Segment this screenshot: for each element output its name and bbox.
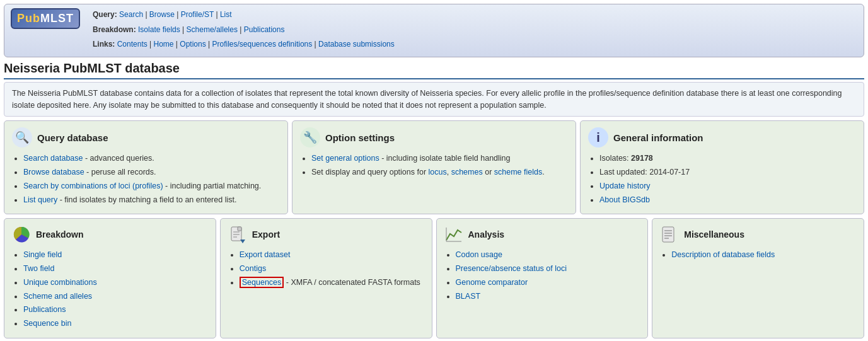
analysis-icon [444, 225, 463, 244]
list-item: Export dataset [240, 249, 424, 261]
nav-links: Query: Search | Browse | Profile/ST | Li… [93, 8, 395, 53]
list-item: Scheme and alleles [23, 291, 208, 303]
nav-list-link[interactable]: List [220, 10, 232, 19]
sequence-bin-link[interactable]: Sequence bin [23, 319, 71, 328]
nav-contents-link[interactable]: Contents [117, 40, 148, 49]
two-field-link[interactable]: Two field [23, 264, 54, 273]
genome-comparator-link[interactable]: Genome comparator [456, 278, 528, 287]
update-history-item: Update history [599, 180, 856, 192]
main-panels: 🔍 Query database Search database - advan… [4, 120, 864, 214]
blast-link[interactable]: BLAST [456, 292, 481, 301]
page-title-bar: Neisseria PubMLST database [4, 61, 864, 79]
breakdown-panel-header: Breakdown [12, 225, 208, 244]
nav-home-link[interactable]: Home [154, 40, 174, 49]
isolates-label: Isolates: [599, 154, 629, 163]
query-list: Search database - advanced queries. Brow… [12, 153, 280, 205]
analysis-panel: Analysis Codon usage Presence/absence st… [436, 218, 649, 338]
general-options-suffix: - including isolate table field handling [379, 154, 511, 163]
list-item: Set display and query options for locus,… [311, 166, 568, 178]
single-field-link[interactable]: Single field [23, 250, 62, 259]
set-general-options-link[interactable]: Set general options [311, 154, 379, 163]
description-box: The Neisseria PubMLST database contains … [4, 82, 864, 117]
scheme-alleles-link[interactable]: Scheme and alleles [23, 292, 92, 301]
about-bigsdb-link[interactable]: About BIGSdb [599, 195, 650, 204]
info-icon: i [588, 127, 608, 147]
unique-combinations-link[interactable]: Unique combinations [23, 278, 97, 287]
nav-publications-link[interactable]: Publications [244, 25, 285, 34]
isolates-value: 29178 [631, 154, 653, 163]
list-item: Set general options - including isolate … [311, 153, 568, 165]
logo-area: PubMLST [11, 8, 86, 29]
breakdown-nav-label: Breakdown: [93, 25, 136, 34]
options-icon: 🔧 [300, 127, 320, 147]
codon-usage-link[interactable]: Codon usage [456, 250, 502, 259]
description-fields-link[interactable]: Description of database fields [671, 250, 775, 259]
locus-link[interactable]: locus [429, 168, 447, 176]
nav-isolate-fields-link[interactable]: Isolate fields [138, 25, 180, 34]
search-loci-link[interactable]: Search by combinations of loci (profiles… [23, 182, 163, 190]
svg-rect-9 [663, 227, 674, 242]
last-updated-value: 2014-07-17 [649, 168, 690, 176]
svg-rect-2 [238, 227, 241, 231]
breakdown-panel: Breakdown Single field Two field Unique … [4, 218, 216, 338]
publications-breakdown-link[interactable]: Publications [23, 305, 66, 314]
update-history-link[interactable]: Update history [599, 182, 651, 190]
browse-database-suffix: - peruse all records. [84, 168, 156, 176]
nav-search-link[interactable]: Search [119, 10, 143, 19]
analysis-panel-title: Analysis [468, 229, 505, 240]
contigs-link[interactable]: Contigs [240, 264, 266, 273]
query-panel-header: 🔍 Query database [12, 127, 280, 147]
miscellaneous-panel-header: Miscellaneous [660, 225, 856, 244]
links-nav-row: Links: Contents | Home | Options | Profi… [93, 38, 395, 52]
list-item: Search by combinations of loci (profiles… [23, 180, 280, 192]
last-updated-label: Last updated: [599, 168, 647, 176]
search-loci-suffix: - including partial matching. [163, 182, 262, 190]
list-item: Publications [23, 304, 208, 316]
general-info-title: General information [613, 132, 703, 143]
export-icon [228, 225, 247, 244]
nav-profiles-link[interactable]: Profiles/sequences definitions [212, 40, 312, 49]
list-item: Sequences - XMFA / concatenated FASTA fo… [240, 277, 424, 289]
sequences-link[interactable]: Sequences [240, 277, 284, 288]
page-title: Neisseria PubMLST database [4, 61, 864, 76]
miscellaneous-list: Description of database fields [660, 249, 856, 261]
display-options-text: Set display and query options for [311, 168, 429, 176]
nav-browse-link[interactable]: Browse [149, 10, 175, 19]
list-item: Presence/absence status of loci [456, 263, 640, 275]
nav-profilest-link[interactable]: Profile/ST [181, 10, 214, 19]
period-text: . [542, 168, 544, 176]
options-panel: 🔧 Option settings Set general options - … [292, 120, 576, 214]
scheme-fields-link[interactable]: scheme fields [494, 168, 542, 176]
list-item: List query - find isolates by matching a… [23, 194, 280, 206]
bottom-panels: Breakdown Single field Two field Unique … [4, 218, 864, 338]
list-item: Sequence bin [23, 318, 208, 330]
options-panel-header: 🔧 Option settings [300, 127, 568, 147]
list-item: Browse database - peruse all records. [23, 166, 280, 178]
search-database-link[interactable]: Search database [23, 154, 83, 163]
export-panel-header: Export [228, 225, 424, 244]
list-item: Two field [23, 263, 208, 275]
list-item: Codon usage [456, 249, 640, 261]
nav-submissions-link[interactable]: Database submissions [318, 40, 395, 49]
pubmlst-logo: PubMLST [11, 8, 80, 29]
about-bigsdb-item: About BIGSdb [599, 194, 856, 206]
header-bar: PubMLST Query: Search | Browse | Profile… [4, 4, 864, 57]
miscellaneous-panel: Miscellaneous Description of database fi… [652, 218, 864, 338]
list-item: Description of database fields [671, 249, 856, 261]
general-info-panel: i General information Isolates: 29178 La… [580, 120, 864, 214]
breakdown-list: Single field Two field Unique combinatio… [12, 249, 208, 330]
list-item: Single field [23, 249, 208, 261]
or-text: or [483, 168, 494, 176]
nav-options-link[interactable]: Options [180, 40, 205, 49]
query-nav-label: Query: [93, 10, 117, 19]
nav-scheme-alleles-link[interactable]: Scheme/alleles [187, 25, 238, 34]
query-icon: 🔍 [12, 127, 32, 147]
logo-pub-text: Pub [17, 12, 40, 25]
query-nav-row: Query: Search | Browse | Profile/ST | Li… [93, 8, 395, 22]
schemes-link[interactable]: schemes [451, 168, 483, 176]
links-nav-label: Links: [93, 40, 115, 49]
presence-absence-link[interactable]: Presence/absence status of loci [456, 264, 567, 273]
export-dataset-link[interactable]: Export dataset [240, 250, 291, 259]
browse-database-link[interactable]: Browse database [23, 168, 84, 176]
list-query-link[interactable]: List query [23, 195, 57, 204]
